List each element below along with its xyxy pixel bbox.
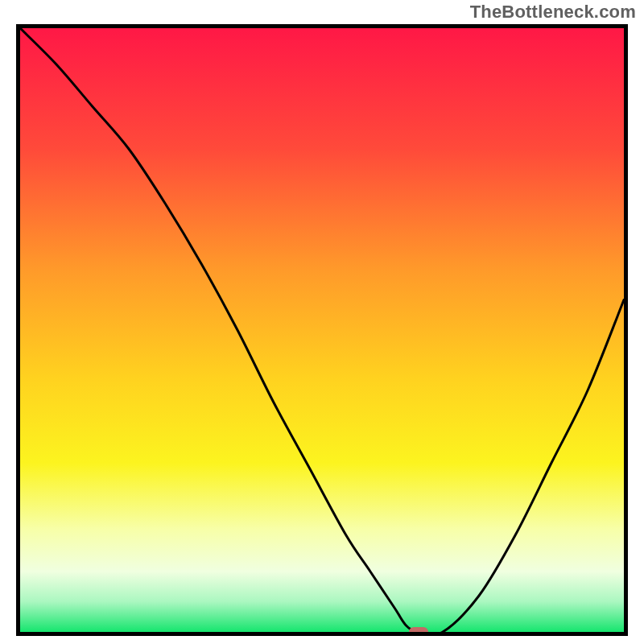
chart-container: TheBottleneck.com	[0, 0, 644, 644]
optimal-marker	[409, 627, 428, 636]
watermark-label: TheBottleneck.com	[470, 2, 636, 23]
curve-path	[20, 28, 624, 632]
plot-frame	[16, 24, 628, 636]
bottleneck-curve	[20, 28, 624, 632]
